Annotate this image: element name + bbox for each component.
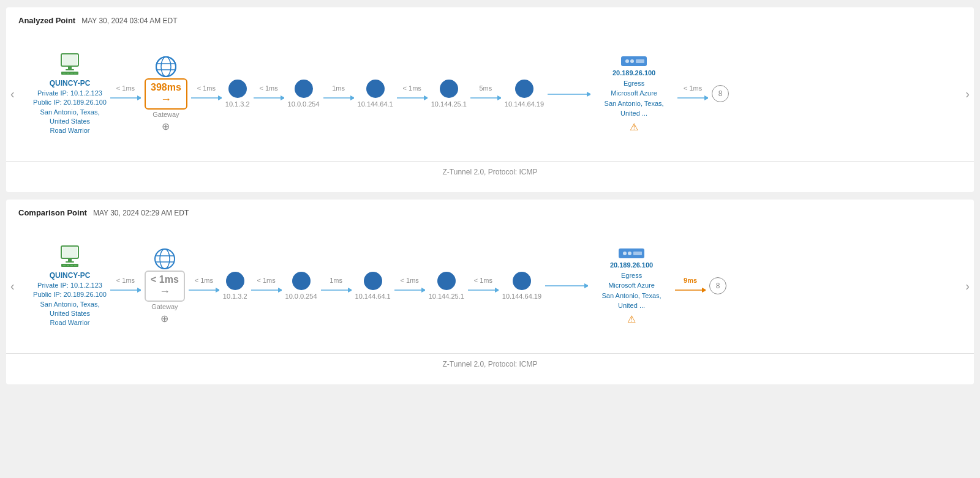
svg-rect-31 — [636, 59, 644, 63]
gateway-arrow-comparison: → — [159, 285, 170, 298]
egress-node-comparison: 20.189.26.100 Egress Microsoft Azure San… — [592, 247, 671, 325]
gateway-time-comparison: < 1ms — [151, 274, 179, 285]
hop-ip-3-comparison: 10.144.64.1 — [355, 293, 391, 300]
svg-point-45 — [155, 249, 175, 269]
source-label-analyzed: QUINCY-PC Private IP: 10.1.2.123 Public … — [33, 78, 107, 136]
comparison-nav-right[interactable]: › — [962, 276, 973, 296]
conn-8-analyzed: < 1ms — [677, 84, 708, 103]
svg-point-15 — [156, 57, 176, 77]
analyzed-path: ‹ — [6, 32, 974, 155]
conn-7-comparison — [545, 281, 588, 291]
arrow-1-comparison — [110, 285, 141, 295]
hop-ip-5-comparison: 10.144.64.19 — [502, 293, 541, 300]
conn-4-comparison: 1ms — [321, 277, 352, 295]
latency-4-analyzed: 1ms — [332, 84, 345, 92]
hop-5-comparison: 10.144.64.19 — [502, 272, 541, 300]
hop-2-comparison: 10.0.0.254 — [285, 272, 317, 300]
svg-point-46 — [160, 249, 170, 269]
hop-ip-4-analyzed: 10.144.25.1 — [431, 100, 467, 108]
svg-marker-23 — [424, 95, 428, 100]
latency-6-comparison: < 1ms — [474, 277, 492, 284]
arrow-3-comparison — [251, 285, 282, 295]
latency-5-comparison: < 1ms — [401, 277, 419, 284]
hop-circle-2-analyzed — [295, 80, 313, 98]
arrow-3-analyzed — [254, 93, 284, 103]
conn-2-comparison: < 1ms — [189, 277, 219, 295]
analyzed-header: Analyzed Point MAY 30, 2024 03:04 AM EDT — [6, 16, 974, 32]
latency-5-analyzed: < 1ms — [403, 84, 421, 92]
hop-circle-5-comparison — [513, 272, 531, 290]
conn-6-analyzed: 5ms — [470, 84, 501, 103]
comparison-nav-left[interactable]: ‹ — [7, 276, 18, 296]
conn-7-analyzed — [548, 88, 590, 99]
svg-marker-27 — [587, 92, 590, 97]
conn-5-analyzed: < 1ms — [397, 84, 428, 103]
svg-marker-33 — [704, 95, 708, 100]
gateway-box-comparison: < 1ms → — [145, 271, 185, 302]
arrow-4-comparison — [321, 285, 352, 295]
svg-marker-25 — [497, 95, 501, 100]
hop-circle-4-analyzed — [440, 80, 458, 98]
arrow-8-comparison — [675, 285, 706, 295]
gateway-box-analyzed: 398ms → — [145, 78, 187, 110]
hop-circle-1-comparison — [226, 272, 244, 290]
latency-4-comparison: 1ms — [330, 277, 342, 284]
gateway-node-analyzed: 398ms → Gateway ⊕ — [145, 55, 187, 132]
svg-marker-19 — [281, 95, 284, 100]
hop-4-comparison: 10.144.25.1 — [429, 272, 464, 300]
conn-3-comparison: < 1ms — [251, 277, 282, 295]
svg-rect-39 — [63, 265, 66, 266]
conn-5-comparison: < 1ms — [394, 277, 425, 295]
zoom-icon-comparison[interactable]: ⊕ — [160, 313, 168, 324]
svg-marker-58 — [495, 288, 499, 293]
hop-circle-3-analyzed — [366, 80, 385, 98]
analyzed-nav-right[interactable]: › — [962, 84, 973, 104]
hop-ip-1-comparison: 10.1.3.2 — [223, 293, 247, 300]
svg-marker-10 — [137, 95, 141, 100]
svg-rect-3 — [66, 69, 74, 70]
gateway-icon-comparison — [153, 247, 176, 271]
warning-icon-analyzed: ⚠ — [630, 121, 638, 133]
hop-ip-2-analyzed: 10.0.0.254 — [288, 100, 320, 108]
egress-label-analyzed: 20.189.26.100 Egress Microsoft Azure San… — [594, 68, 674, 119]
svg-point-30 — [630, 59, 634, 63]
arrow-5-analyzed — [397, 93, 428, 103]
hop-3-comparison: 10.144.64.1 — [355, 272, 391, 300]
svg-marker-50 — [216, 288, 219, 293]
comparison-header: Comparison Point MAY 30, 2024 02:29 AM E… — [6, 208, 974, 225]
hop-ip-2-comparison: 10.0.0.254 — [285, 293, 317, 300]
svg-marker-66 — [702, 288, 706, 293]
egress-label-comparison: 20.189.26.100 Egress Microsoft Azure San… — [592, 260, 671, 311]
conn-1-comparison: < 1ms — [110, 277, 141, 295]
hop-circle-4-comparison — [437, 272, 456, 290]
egress-icon-analyzed — [619, 54, 649, 68]
analyzed-title: Analyzed Point — [18, 16, 75, 25]
zoom-icon-analyzed[interactable]: ⊕ — [162, 121, 170, 132]
analyzed-nav-left[interactable]: ‹ — [7, 84, 18, 104]
tunnel-label-analyzed: Z-Tunnel 2.0, Protocol: ICMP — [6, 161, 974, 180]
egress-icon-comparison — [616, 247, 647, 260]
warning-icon-comparison: ⚠ — [627, 313, 636, 325]
gateway-node-comparison: < 1ms → Gateway ⊕ — [145, 247, 185, 324]
hop-5-analyzed: 10.144.64.19 — [505, 80, 544, 108]
latency-3-comparison: < 1ms — [257, 277, 275, 284]
arrow-6-analyzed — [470, 93, 501, 103]
latency-3-analyzed: < 1ms — [259, 84, 277, 92]
pc-icon-analyzed — [58, 51, 82, 76]
arrow-4-analyzed — [323, 93, 354, 103]
gateway-arrow-analyzed: → — [160, 93, 172, 106]
arrow-6-comparison — [468, 285, 499, 295]
hop-circle-2-comparison — [292, 272, 311, 290]
gateway-label-comparison: Gateway — [151, 303, 178, 310]
hop-3-analyzed: 10.144.64.1 — [358, 80, 393, 108]
conn-1-analyzed: < 1ms — [110, 84, 141, 103]
svg-marker-52 — [278, 288, 282, 293]
gateway-icon-analyzed — [154, 55, 178, 78]
hop-ip-3-analyzed: 10.144.64.1 — [358, 100, 393, 108]
pc-icon-comparison — [58, 244, 82, 268]
arrow-2-analyzed — [191, 93, 222, 103]
svg-rect-40 — [67, 265, 69, 266]
final-latency-analyzed: < 1ms — [684, 84, 702, 92]
source-node-analyzed: QUINCY-PC Private IP: 10.1.2.123 Public … — [33, 51, 107, 136]
hop-circle-5-analyzed — [515, 80, 533, 98]
